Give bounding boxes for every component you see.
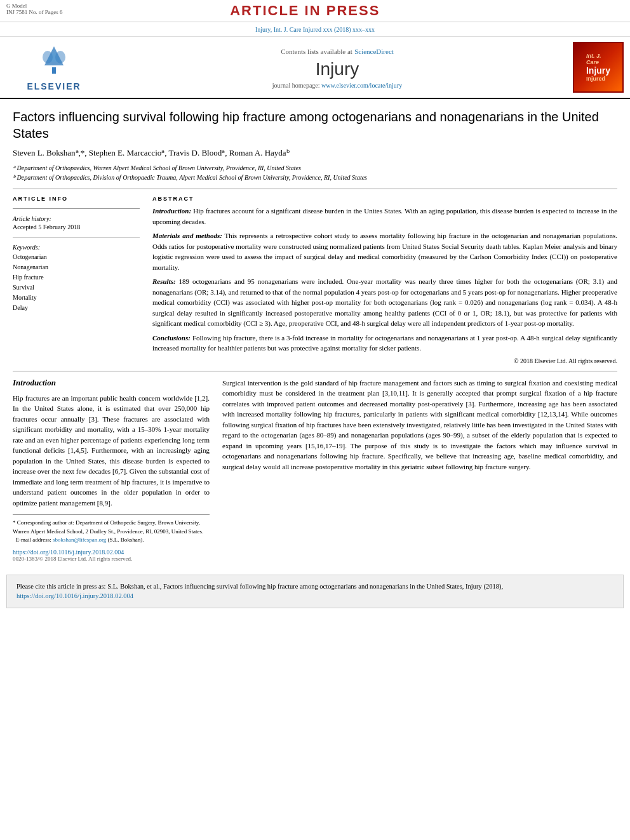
affiliation-b: ᵇ Department of Orthopaedics, Division o… [13, 173, 617, 182]
results-label: Results: [152, 277, 176, 285]
journal-ref-line: Injury, Int. J. Care Injured xxx (2018) … [0, 22, 630, 37]
journal-reference: Injury, Int. J. Care Injured xxx (2018) … [255, 26, 375, 33]
email-link[interactable]: sbokshan@lifespan.org [53, 537, 106, 543]
article-info-column: ARTICLE INFO Article history: Accepted 5… [13, 196, 140, 364]
journal-info-center: Contents lists available at ScienceDirec… [102, 46, 573, 89]
elsevier-text: ELSEVIER [27, 81, 81, 91]
contents-line: Contents lists available at ScienceDirec… [102, 46, 573, 57]
keyword-survival: Survival [13, 283, 140, 293]
svg-point-3 [43, 51, 53, 63]
keyword-mortality: Mortality [13, 293, 140, 303]
keywords-list: Octogenarian Nonagenarian Hip fracture S… [13, 252, 140, 313]
article-in-press-banner: ARTICLE IN PRESS [63, 3, 548, 19]
article-title: Factors influencing survival following h… [13, 109, 617, 142]
citation-doi-link[interactable]: https://doi.org/10.1016/j.injury.2018.02… [17, 592, 133, 599]
article-info-label: ARTICLE INFO [13, 196, 140, 202]
authors-line: Steven L. Bokshanᵃ,*, Stephen E. Marcacc… [13, 148, 617, 158]
sciencedirect-link[interactable]: ScienceDirect [354, 48, 394, 55]
keywords-title: Keywords: [13, 244, 140, 251]
abstract-column: ABSTRACT Introduction: Hip fractures acc… [152, 196, 617, 364]
keyword-delay: Delay [13, 303, 140, 313]
journal-title: Injury [102, 59, 573, 79]
divider-info [13, 208, 140, 209]
intro-left-column: Introduction Hip fractures are an import… [13, 378, 210, 562]
conclusions-label: Conclusions: [152, 334, 191, 342]
intro-right-text: Surgical intervention is the gold standa… [222, 378, 617, 472]
g-model-info: G Model INJ 7581 No. of Pages 6 [6, 3, 63, 15]
homepage-url[interactable]: www.elsevier.com/locate/injury [321, 82, 402, 89]
abstract-conclusions: Conclusions: Following hip fracture, the… [152, 333, 617, 354]
elsevier-logo-image [16, 43, 92, 81]
footnote-section: * Corresponding author at: Department of… [13, 514, 210, 545]
elsevier-logo: ELSEVIER [6, 43, 102, 91]
journal-header: ELSEVIER Contents lists available at Sci… [0, 37, 630, 99]
methods-label: Materials and methods: [152, 232, 222, 239]
journal-homepage-line: journal homepage: www.elsevier.com/locat… [102, 82, 573, 89]
abstract-methods: Materials and methods: This represents a… [152, 230, 617, 272]
main-content: Factors influencing survival following h… [0, 99, 630, 568]
keyword-nonagenarian: Nonagenarian [13, 262, 140, 272]
doi-section: https://doi.org/10.1016/j.injury.2018.02… [13, 549, 210, 562]
abstract-results: Results: 189 octogenarians and 95 nonage… [152, 276, 617, 329]
footnote-text: * Corresponding author at: Department of… [13, 519, 210, 545]
abstract-heading: ABSTRACT [152, 196, 617, 202]
svg-point-4 [55, 51, 65, 63]
divider-1 [13, 189, 617, 189]
introduction-heading: Introduction [13, 378, 210, 388]
svg-rect-0 [52, 67, 56, 74]
license-text: 0020-1383/© 2018 Elsevier Ltd. All right… [13, 556, 210, 562]
tree-icon [35, 43, 73, 75]
divider-keywords [13, 237, 140, 237]
copyright: © 2018 Elsevier Ltd. All rights reserved… [152, 357, 617, 364]
injury-logo-box: Int. J. Care Injury Injured [573, 42, 624, 93]
top-bar: G Model INJ 7581 No. of Pages 6 ARTICLE … [0, 0, 630, 22]
article-in-press-title: ARTICLE IN PRESS [63, 3, 548, 19]
abstract-introduction: Introduction: Hip fractures account for … [152, 206, 617, 227]
keyword-octogenarian: Octogenarian [13, 252, 140, 262]
intro-right-column: Surgical intervention is the gold standa… [222, 378, 617, 562]
affiliation-a: ᵃ Department of Orthopaedics, Warren Alp… [13, 163, 617, 173]
history-label: Article history: [13, 215, 140, 222]
affiliations: ᵃ Department of Orthopaedics, Warren Alp… [13, 163, 617, 182]
intro-label: Introduction: [152, 207, 191, 215]
accepted-date: Accepted 5 February 2018 [13, 223, 140, 230]
article-info-abstract: ARTICLE INFO Article history: Accepted 5… [13, 196, 617, 364]
intro-left-text: Hip fractures are an important public he… [13, 393, 210, 509]
introduction-section: Introduction Hip fractures are an import… [13, 371, 617, 562]
doi-link[interactable]: https://doi.org/10.1016/j.injury.2018.02… [13, 549, 210, 556]
keyword-hip-fracture: Hip fracture [13, 272, 140, 283]
citation-bar: Please cite this article in press as: S.… [6, 575, 624, 609]
